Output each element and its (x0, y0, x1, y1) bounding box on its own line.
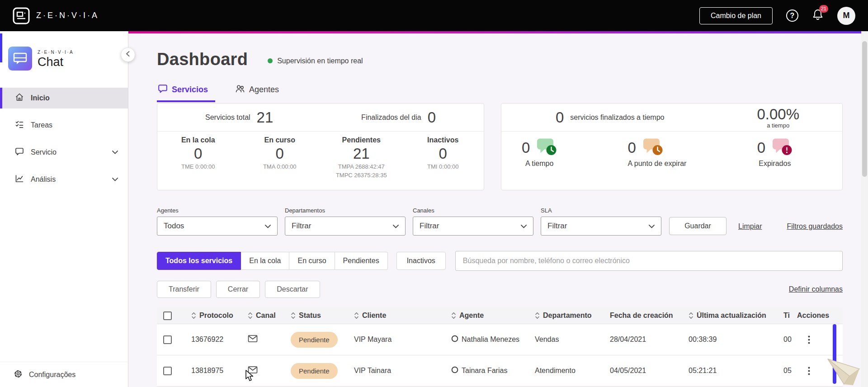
page-scrollbar[interactable] (861, 31, 868, 387)
time-cell: 00 (780, 335, 792, 344)
services-total-label: Servicios total (205, 113, 250, 122)
service-tab-todos[interactable]: Todos los servicios (157, 252, 241, 270)
service-tab-en-la-cola[interactable]: En la cola (241, 252, 289, 270)
filter-sla: SLA Filtrar (541, 207, 661, 236)
page-scrollbar-thumb[interactable] (862, 41, 867, 177)
search-input[interactable] (455, 251, 843, 271)
sort-icon[interactable] (248, 312, 253, 319)
column-header: Canal (256, 311, 276, 320)
sidebar-item-servicio[interactable]: Servicio (0, 142, 128, 163)
filter-canales: Canales Filtrar (413, 207, 533, 236)
status-dot (268, 58, 273, 63)
column-header: Departamento (543, 311, 592, 320)
select-all-checkbox[interactable] (163, 311, 172, 320)
sidebar-item-configuracoes[interactable]: Configurações (0, 362, 128, 387)
column-header: Acciones (797, 311, 829, 320)
sidebar-item-inicio[interactable]: Inicio (0, 88, 128, 109)
row-checkbox[interactable] (163, 367, 172, 375)
sla-select[interactable]: Filtrar (541, 217, 661, 236)
column-header: Protocolo (199, 311, 233, 320)
sort-icon[interactable] (689, 312, 693, 319)
agentes-select[interactable]: Todos (157, 217, 278, 236)
gear-icon (14, 369, 23, 380)
sort-icon[interactable] (191, 312, 196, 319)
question-mark-icon: ? (790, 12, 795, 20)
department-cell: Atendimento (531, 367, 606, 375)
chevron-down-icon (112, 151, 118, 154)
table-row[interactable]: 13818975 Pendiente VIP Tainara Tainara F… (157, 355, 843, 387)
sort-icon[interactable] (535, 312, 540, 319)
filter-label: SLA (541, 207, 661, 214)
chat-bubble-icon (15, 147, 24, 158)
avatar[interactable]: M (837, 7, 855, 25)
sort-icon[interactable] (354, 312, 359, 319)
define-columns-link[interactable]: Definir columnas (789, 285, 843, 293)
service-tab-en-curso[interactable]: En curso (289, 252, 335, 270)
sla-finished-label: servicios finalizados a tiempo (570, 113, 664, 122)
chart-icon (15, 174, 24, 185)
close-button[interactable]: Cerrar (216, 281, 260, 298)
sort-icon[interactable] (451, 312, 456, 319)
help-button[interactable]: ? (786, 9, 798, 22)
discard-button[interactable]: Descartar (265, 281, 320, 298)
tab-label: Servicios (172, 85, 208, 94)
people-icon (235, 84, 245, 95)
stat-pendientes: Pendientes 21 TMPA 2688:42:47 TMPC 26375… (321, 136, 402, 180)
finished-today-value: 0 (428, 109, 436, 126)
sidebar-item-analisis[interactable]: Análisis (0, 169, 128, 190)
sidebar-item-label: Servicio (31, 148, 57, 156)
tab-agentes[interactable]: Agentes (234, 83, 286, 102)
column-header: Fecha de creación (610, 311, 673, 320)
change-plan-button[interactable]: Cambio de plan (699, 7, 773, 24)
row-checkbox[interactable] (163, 335, 172, 344)
protocol-cell: 13676922 (188, 335, 244, 344)
client-cell: VIP Mayara (350, 335, 448, 344)
sla-about-to-expire: 0 A punto de expirar (628, 138, 687, 168)
stat-en-la-cola: En la cola 0 TME 0:00:00 (157, 136, 239, 180)
status-text: Supervisión en tiempo real (277, 57, 363, 65)
status-badge: Pendiente (291, 332, 338, 348)
envelope-icon (248, 366, 258, 376)
collapse-sidebar-button[interactable] (121, 47, 135, 62)
column-header: Cliente (362, 311, 386, 320)
sla-percent: 0.00% a tiempo (757, 106, 799, 129)
agent-circle-icon (451, 335, 458, 344)
zenvia-chat-logo: Z·E·N·V·I·A Chat (8, 46, 128, 73)
chat-widget-button[interactable] (823, 355, 861, 387)
kebab-menu-icon[interactable] (805, 364, 813, 378)
sort-icon[interactable] (291, 312, 296, 319)
table-row[interactable]: 13676922 Pendiente VIP Mayara Nathalia M… (157, 324, 843, 355)
updated-cell: 00:38:39 (685, 335, 780, 344)
service-tab-pendientes[interactable]: Pendientes (335, 252, 388, 270)
services-summary-card: Servicios total 21 Finalizados del dia 0… (157, 103, 484, 190)
protocol-cell: 13818975 (188, 367, 244, 375)
zenvia-chat-logo-icon (8, 46, 33, 73)
service-tab-inactivos[interactable]: Inactivos (396, 252, 446, 270)
speech-bubble-icon (158, 84, 168, 96)
sidebar-item-tareas[interactable]: Tareas (0, 115, 128, 136)
sla-summary-card: 0 servicios finalizados a tiempo 0.00% a… (501, 103, 843, 190)
dashboard-tabs: Servicios Agentes (157, 83, 843, 102)
sidebar-item-label: Tareas (31, 121, 52, 129)
envelope-icon (248, 335, 258, 345)
kebab-menu-icon[interactable] (805, 333, 813, 347)
page-title: Dashboard (157, 50, 248, 69)
chevron-down-icon (112, 178, 118, 181)
canales-select[interactable]: Filtrar (413, 217, 533, 236)
save-filters-button[interactable]: Guardar (669, 217, 726, 235)
chevron-down-icon (393, 222, 399, 231)
sla-finished-value: 0 (556, 109, 564, 126)
notification-badge: 21 (819, 5, 828, 13)
chevron-down-icon (521, 222, 527, 231)
saved-filters-link[interactable]: Filtros guardados (787, 222, 843, 231)
sla-on-time: 0 A tiempo (522, 138, 557, 168)
column-header: Última actualización (697, 311, 766, 320)
home-icon (15, 93, 24, 104)
tasks-icon (15, 120, 24, 131)
column-header: Status (299, 311, 321, 320)
departamentos-select[interactable]: Filtrar (285, 217, 406, 236)
tab-servicios[interactable]: Servicios (157, 83, 215, 102)
transfer-button[interactable]: Transferir (157, 281, 211, 298)
notifications-button[interactable]: 21 (812, 9, 824, 23)
clear-filters-link[interactable]: Limpiar (738, 222, 762, 231)
